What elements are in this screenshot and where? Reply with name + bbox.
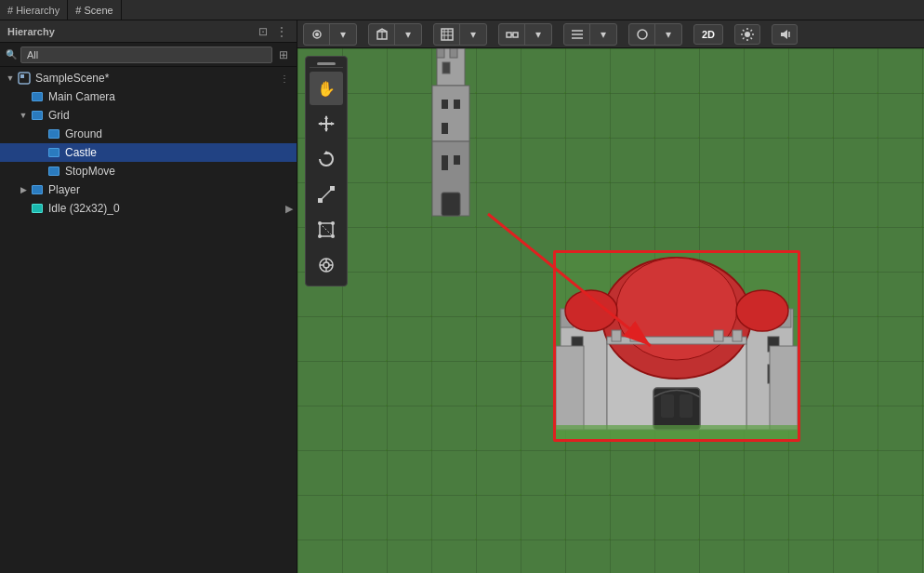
visibility-btn[interactable] <box>564 24 590 45</box>
svg-rect-1 <box>20 74 24 78</box>
hierarchy-tab-label: # Hierarchy <box>7 5 59 16</box>
svg-marker-33 <box>318 122 322 126</box>
grid-dropdown-btn[interactable]: ▾ <box>460 24 486 45</box>
svg-point-18 <box>745 32 750 37</box>
top-bar: # Hierarchy # Scene <box>0 0 924 20</box>
castle-pixel-art <box>556 253 798 439</box>
cube-icon-castle <box>48 148 59 157</box>
hand-tool-btn[interactable]: ✋ <box>310 72 343 105</box>
svg-rect-37 <box>330 186 335 191</box>
rotate-tool-btn[interactable] <box>310 142 343 176</box>
tree-item-main-camera[interactable]: Main Camera <box>0 87 297 106</box>
svg-point-42 <box>331 221 335 225</box>
svg-point-41 <box>318 221 322 225</box>
svg-point-84 <box>736 290 788 331</box>
svg-point-46 <box>323 262 329 268</box>
svg-rect-61 <box>454 155 460 165</box>
svg-rect-60 <box>442 155 448 170</box>
shading-dropdown-btn[interactable]: ▾ <box>655 24 681 45</box>
tree-item-player[interactable]: Player <box>0 180 297 199</box>
snap-dropdown-btn[interactable]: ▾ <box>525 24 551 45</box>
idle-child-arrow: ▶ <box>285 203 293 215</box>
arrow-player <box>17 183 30 196</box>
scene-canvas[interactable]: ✋ <box>297 48 924 573</box>
gizmo-toolbar: ✋ <box>305 56 348 286</box>
cube-icon-grid <box>32 111 43 120</box>
snap-icon <box>505 27 520 42</box>
tree-item-grid[interactable]: Grid <box>0 106 297 125</box>
svg-point-44 <box>331 234 335 238</box>
hierarchy-search-bar: 🔍 ⊞ <box>0 43 297 67</box>
arrow-grid <box>17 109 30 122</box>
tree-item-ground[interactable]: Ground <box>0 125 297 143</box>
svg-rect-91 <box>714 330 723 341</box>
pivot-dropdown-btn[interactable]: ▾ <box>330 24 356 45</box>
arrow-samplescene <box>4 72 17 85</box>
transform-group: ▾ <box>303 23 357 46</box>
gizmo-header <box>310 60 343 68</box>
scene-panel-tab[interactable]: # Scene <box>68 0 121 20</box>
hierarchy-tree: SampleScene* ⋮ Main Camera Grid <box>0 67 297 573</box>
scene-icon-svg <box>18 72 31 85</box>
cube-btn[interactable] <box>369 24 395 45</box>
svg-rect-55 <box>432 86 469 141</box>
svg-rect-59 <box>442 123 448 134</box>
transform-tool-btn[interactable] <box>310 248 343 282</box>
samplescene-more[interactable]: ⋮ <box>276 73 293 84</box>
search-input[interactable] <box>20 47 272 63</box>
visibility-group: ▾ <box>563 23 617 46</box>
tree-item-castle[interactable]: Castle <box>0 143 297 162</box>
tree-item-idle[interactable]: Idle (32x32)_0 ▶ <box>0 199 297 218</box>
audio-btn[interactable] <box>772 24 798 45</box>
icon-player <box>30 182 45 197</box>
tree-item-stopmove[interactable]: StopMove <box>0 162 297 180</box>
grid-group: ▾ <box>433 23 487 46</box>
svg-rect-88 <box>607 337 746 344</box>
svg-point-83 <box>565 290 617 331</box>
svg-marker-32 <box>324 128 328 132</box>
svg-point-3 <box>315 33 319 36</box>
search-icon: 🔍 <box>6 49 17 60</box>
icon-main-camera <box>30 89 45 104</box>
hierarchy-header: Hierarchy ⊡ ⋮ <box>0 20 297 43</box>
cube-icon-player <box>32 185 43 194</box>
icon-grid <box>30 108 45 123</box>
hierarchy-panel-tab[interactable]: # Hierarchy <box>0 0 68 20</box>
svg-rect-12 <box>513 33 518 37</box>
visibility-dropdown-btn[interactable]: ▾ <box>590 24 616 45</box>
svg-rect-87 <box>680 394 693 418</box>
grid-btn[interactable] <box>434 24 460 45</box>
gizmo-handle-bar <box>317 62 336 65</box>
svg-rect-62 <box>442 193 460 216</box>
search-options-btn[interactable]: ⊞ <box>276 47 291 62</box>
castle-tower-top-svg <box>409 48 493 253</box>
audio-icon <box>777 27 792 42</box>
hierarchy-panel: Hierarchy ⊡ ⋮ 🔍 ⊞ Sa <box>0 20 297 573</box>
2d-toggle-btn[interactable]: 2D <box>693 24 723 45</box>
label-ground: Ground <box>65 127 102 140</box>
tree-item-samplescene[interactable]: SampleScene* ⋮ <box>0 69 297 87</box>
svg-line-26 <box>743 37 745 39</box>
svg-rect-86 <box>661 394 674 418</box>
svg-rect-10 <box>442 29 453 40</box>
scene-toolbar: ▾ ▾ <box>297 20 924 48</box>
svg-rect-78 <box>556 346 584 430</box>
pivot-btn[interactable] <box>304 24 330 45</box>
rect-tool-btn[interactable] <box>310 213 343 247</box>
svg-rect-90 <box>630 330 640 341</box>
cube-dropdown-btn[interactable]: ▾ <box>395 24 421 45</box>
shading-btn[interactable] <box>629 24 655 45</box>
snap-btn[interactable] <box>499 24 525 45</box>
lighting-btn[interactable] <box>734 24 760 45</box>
hierarchy-lock-btn[interactable]: ⊡ <box>256 24 271 39</box>
hierarchy-more-btn[interactable]: ⋮ <box>274 24 289 39</box>
svg-line-40 <box>320 223 333 236</box>
scale-tool-btn[interactable] <box>310 178 343 211</box>
move-tool-btn[interactable] <box>310 107 343 140</box>
icon-castle <box>46 145 61 160</box>
icon-ground <box>46 127 61 141</box>
svg-rect-38 <box>318 198 323 203</box>
cube-group: ▾ <box>368 23 422 46</box>
hierarchy-title: Hierarchy <box>7 26 55 37</box>
label-player: Player <box>48 183 80 196</box>
